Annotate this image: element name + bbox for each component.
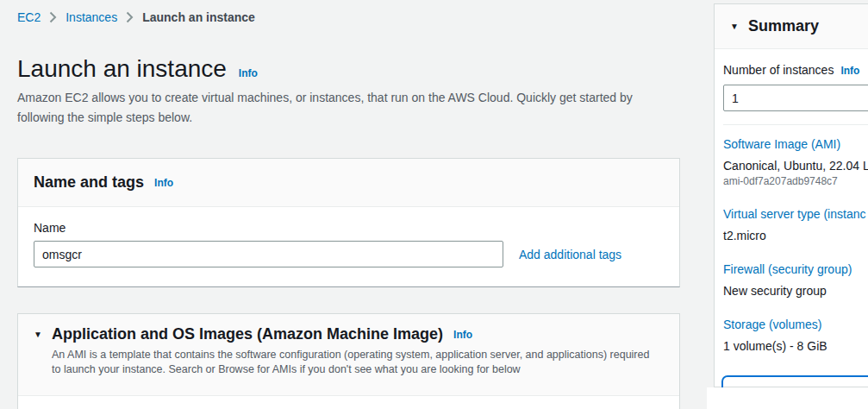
name-and-tags-body: Name Add additional tags (18, 207, 679, 281)
name-and-tags-header: Name and tags Info (18, 159, 679, 207)
summary-section-ami: Software Image (AMI) Canonical, Ubuntu, … (723, 137, 868, 187)
number-of-instances-label: Number of instances (723, 63, 834, 77)
name-and-tags-title: Name and tags (34, 173, 144, 192)
software-image-link[interactable]: Software Image (AMI) (723, 137, 868, 151)
name-field-label: Name (34, 221, 664, 235)
storage-value: 1 volume(s) - 8 GiB (723, 339, 868, 353)
page-title: Launch an instance (17, 55, 227, 83)
breadcrumb: EC2 Instances Launch an instance (17, 10, 255, 24)
number-of-instances-info-link[interactable]: Info (840, 65, 859, 77)
ami-card: ▼ Application and OS Images (Amazon Mach… (17, 313, 680, 409)
summary-header[interactable]: ▼ Summary (715, 4, 868, 49)
add-additional-tags-link[interactable]: Add additional tags (519, 248, 621, 261)
breadcrumb-link-ec2[interactable]: EC2 (17, 10, 41, 24)
summary-section-storage: Storage (volumes) 1 volume(s) - 8 GiB (723, 318, 868, 353)
ami-id-text: ami-0df7a207adb9748c7 (723, 175, 868, 187)
page-header: Launch an instance Info (17, 55, 258, 83)
name-and-tags-info-link[interactable]: Info (154, 177, 173, 189)
storage-link[interactable]: Storage (volumes) (723, 318, 868, 331)
breadcrumb-link-instances[interactable]: Instances (66, 10, 117, 24)
summary-panel: ▼ Summary Number of instances Info Softw… (714, 3, 868, 387)
summary-body: Number of instances Info Software Image … (715, 49, 868, 353)
virtual-server-type-link[interactable]: Virtual server type (instanc (723, 207, 868, 221)
name-input[interactable] (34, 241, 503, 267)
ami-card-description: An AMI is a template that contains the s… (52, 348, 661, 377)
footer-panel-cutoff (721, 375, 868, 387)
summary-section-firewall: Firewall (security group) New security g… (723, 262, 868, 298)
ami-card-header[interactable]: ▼ Application and OS Images (Amazon Mach… (18, 314, 679, 396)
ami-card-body (18, 396, 679, 409)
instance-type-value: t2.micro (723, 229, 868, 242)
summary-title: Summary (748, 17, 819, 35)
software-image-value: Canonical, Ubuntu, 22.04 L (723, 159, 868, 173)
summary-section-instance-type: Virtual server type (instanc t2.micro (723, 207, 868, 242)
page-description: Amazon EC2 allows you to create virtual … (17, 88, 662, 128)
bottom-strip (707, 387, 868, 409)
chevron-right-icon (126, 11, 134, 23)
name-and-tags-card: Name and tags Info Name Add additional t… (17, 158, 680, 287)
divider (723, 124, 868, 125)
ami-card-title: Application and OS Images (Amazon Machin… (52, 325, 443, 343)
firewall-link[interactable]: Firewall (security group) (723, 262, 868, 276)
chevron-right-icon (49, 11, 57, 23)
caret-down-icon: ▼ (34, 330, 52, 339)
breadcrumb-current: Launch an instance (142, 10, 255, 24)
page-title-info-link[interactable]: Info (239, 67, 258, 79)
firewall-value: New security group (723, 284, 868, 298)
ami-info-link[interactable]: Info (453, 329, 472, 341)
caret-down-icon: ▼ (730, 22, 748, 31)
number-of-instances-input[interactable] (723, 85, 868, 111)
